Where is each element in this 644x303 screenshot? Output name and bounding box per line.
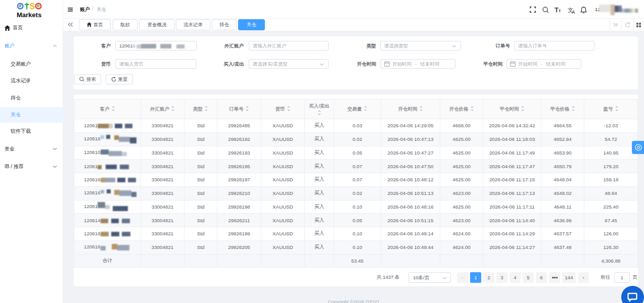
svg-text:S: S [29,3,35,10]
